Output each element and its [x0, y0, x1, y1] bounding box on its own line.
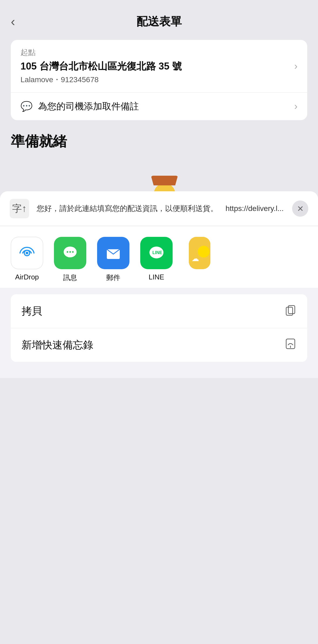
note-row[interactable]: 💬 為您的司機添加取件備註 › [11, 93, 307, 120]
origin-address: 105 台灣台北市松山區光復北路 35 號 [20, 60, 182, 73]
quick-note-icon [285, 338, 296, 352]
origin-card: 起點 105 台灣台北市松山區光復北路 35 號 Lalamove・912345… [11, 40, 307, 120]
text-format-icon: 字↑ [12, 202, 27, 215]
app-item-messages[interactable]: 訊息 [54, 237, 86, 282]
messages-icon [54, 237, 86, 269]
svg-rect-14 [286, 307, 293, 315]
copy-icon [285, 304, 296, 318]
quick-note-action-row[interactable]: 新增快速備忘錄 [11, 328, 307, 362]
origin-label: 起點 [20, 47, 182, 58]
partial-icon: ☁ [189, 237, 210, 269]
app-item-line[interactable]: LINE LINE [140, 237, 173, 282]
navigation-bar: ‹ 配送表單 [0, 0, 318, 34]
app-item-partial[interactable]: ☁ [183, 237, 216, 282]
section-title: 準備就緒 [11, 127, 307, 162]
svg-point-5 [69, 251, 71, 253]
origin-meta: Lalamove・912345678 [20, 75, 182, 85]
copy-label: 拷貝 [22, 304, 42, 318]
mail-label: 郵件 [106, 273, 120, 282]
figure-hat [151, 176, 178, 185]
apps-row: AirDrop 訊息 [0, 226, 318, 288]
mail-icon [97, 237, 129, 269]
note-chevron-icon: › [294, 101, 298, 112]
airdrop-icon [11, 237, 43, 269]
app-item-airdrop[interactable]: AirDrop [11, 237, 43, 282]
origin-chevron-icon: › [294, 61, 298, 72]
airdrop-label: AirDrop [15, 273, 39, 281]
svg-text:☁: ☁ [192, 254, 199, 263]
messages-label: 訊息 [63, 273, 77, 282]
close-icon: ✕ [297, 204, 304, 213]
svg-point-6 [72, 251, 74, 253]
share-sheet: 字↑ 您好，請於此連結填寫您的配送資訊，以便順利送貨。 https://deli… [0, 191, 318, 378]
copy-action-row[interactable]: 拷貝 [11, 294, 307, 328]
svg-point-4 [67, 251, 68, 253]
back-button[interactable]: ‹ [11, 15, 15, 28]
svg-text:LINE: LINE [152, 250, 162, 255]
share-sheet-overlay: 字↑ 您好，請於此連結填寫您的配送資訊，以便順利送貨。 https://deli… [0, 191, 318, 644]
app-item-mail[interactable]: 郵件 [97, 237, 129, 282]
share-preview-row: 字↑ 您好，請於此連結填寫您的配送資訊，以便順利送貨。 https://deli… [0, 191, 318, 226]
quick-note-label: 新增快速備忘錄 [22, 338, 93, 352]
svg-point-11 [198, 246, 210, 258]
comment-icon: 💬 [20, 101, 33, 112]
line-icon: LINE [140, 237, 173, 269]
svg-point-1 [26, 252, 28, 254]
origin-row[interactable]: 起點 105 台灣台北市松山區光復北路 35 號 Lalamove・912345… [11, 40, 307, 93]
page-title: 配送表單 [136, 14, 182, 29]
note-label: 為您的司機添加取件備註 [38, 100, 139, 113]
action-section: 拷貝 新增快速備忘錄 [11, 294, 307, 362]
share-close-button[interactable]: ✕ [292, 200, 308, 217]
share-preview-text: 您好，請於此連結填寫您的配送資訊，以便順利送貨。 https://deliver… [37, 203, 285, 214]
line-label: LINE [149, 273, 164, 281]
svg-rect-13 [288, 306, 295, 314]
share-preview-icon: 字↑ [10, 199, 29, 218]
